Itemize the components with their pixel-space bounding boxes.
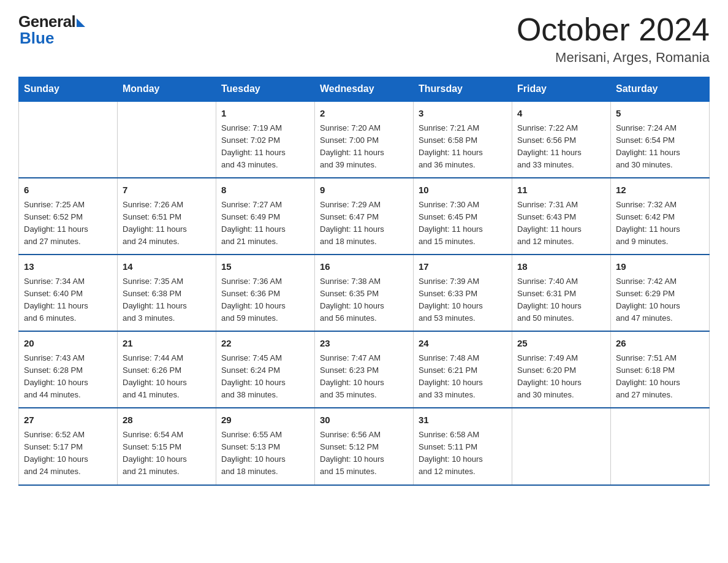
- calendar-cell: 11Sunrise: 7:31 AM Sunset: 6:43 PM Dayli…: [512, 178, 611, 255]
- calendar-cell: 15Sunrise: 7:36 AM Sunset: 6:36 PM Dayli…: [216, 255, 315, 331]
- calendar-cell: 16Sunrise: 7:38 AM Sunset: 6:35 PM Dayli…: [315, 255, 414, 331]
- day-number: 27: [24, 413, 112, 427]
- calendar-cell: 25Sunrise: 7:49 AM Sunset: 6:20 PM Dayli…: [512, 331, 611, 408]
- calendar-cell: 18Sunrise: 7:40 AM Sunset: 6:31 PM Dayli…: [512, 255, 611, 331]
- day-info: Sunrise: 7:35 AM Sunset: 6:38 PM Dayligh…: [123, 277, 187, 323]
- day-number: 15: [221, 260, 309, 274]
- calendar-cell: 22Sunrise: 7:45 AM Sunset: 6:24 PM Dayli…: [216, 331, 315, 408]
- calendar-cell: [611, 408, 710, 484]
- calendar-cell: 17Sunrise: 7:39 AM Sunset: 6:33 PM Dayli…: [414, 255, 512, 331]
- day-number: 17: [419, 260, 507, 274]
- day-number: 4: [517, 107, 605, 121]
- calendar-cell: 12Sunrise: 7:32 AM Sunset: 6:42 PM Dayli…: [611, 178, 710, 255]
- day-number: 16: [320, 260, 408, 274]
- day-info: Sunrise: 7:25 AM Sunset: 6:52 PM Dayligh…: [24, 200, 88, 246]
- day-number: 24: [419, 337, 507, 351]
- day-number: 1: [221, 107, 309, 121]
- day-number: 18: [517, 260, 605, 274]
- calendar-cell: [118, 101, 216, 178]
- calendar-cell: 4Sunrise: 7:22 AM Sunset: 6:56 PM Daylig…: [512, 101, 611, 178]
- day-info: Sunrise: 7:24 AM Sunset: 6:54 PM Dayligh…: [616, 123, 680, 169]
- calendar-cell: 10Sunrise: 7:30 AM Sunset: 6:45 PM Dayli…: [414, 178, 512, 255]
- day-info: Sunrise: 7:29 AM Sunset: 6:47 PM Dayligh…: [320, 200, 384, 246]
- column-header-saturday: Saturday: [611, 77, 710, 102]
- calendar-cell: 23Sunrise: 7:47 AM Sunset: 6:23 PM Dayli…: [315, 331, 414, 408]
- column-header-tuesday: Tuesday: [216, 77, 315, 102]
- calendar-table: SundayMondayTuesdayWednesdayThursdayFrid…: [18, 77, 710, 485]
- day-info: Sunrise: 7:20 AM Sunset: 7:00 PM Dayligh…: [320, 123, 384, 169]
- day-info: Sunrise: 7:45 AM Sunset: 6:24 PM Dayligh…: [221, 353, 286, 399]
- day-number: 31: [419, 413, 507, 427]
- column-header-thursday: Thursday: [414, 77, 512, 102]
- calendar-cell: 9Sunrise: 7:29 AM Sunset: 6:47 PM Daylig…: [315, 178, 414, 255]
- day-info: Sunrise: 6:58 AM Sunset: 5:11 PM Dayligh…: [419, 430, 483, 476]
- day-info: Sunrise: 7:26 AM Sunset: 6:51 PM Dayligh…: [123, 200, 187, 246]
- day-info: Sunrise: 7:49 AM Sunset: 6:20 PM Dayligh…: [517, 353, 582, 399]
- day-info: Sunrise: 7:38 AM Sunset: 6:35 PM Dayligh…: [320, 277, 384, 323]
- day-number: 23: [320, 337, 408, 351]
- day-info: Sunrise: 6:52 AM Sunset: 5:17 PM Dayligh…: [24, 430, 88, 476]
- day-info: Sunrise: 7:19 AM Sunset: 7:02 PM Dayligh…: [221, 123, 286, 169]
- day-info: Sunrise: 7:27 AM Sunset: 6:49 PM Dayligh…: [221, 200, 286, 246]
- day-info: Sunrise: 7:51 AM Sunset: 6:18 PM Dayligh…: [616, 353, 680, 399]
- calendar-cell: 13Sunrise: 7:34 AM Sunset: 6:40 PM Dayli…: [19, 255, 118, 331]
- day-number: 29: [221, 413, 309, 427]
- logo-blue-text: Blue: [20, 29, 54, 48]
- day-info: Sunrise: 7:39 AM Sunset: 6:33 PM Dayligh…: [419, 277, 483, 323]
- calendar-cell: 1Sunrise: 7:19 AM Sunset: 7:02 PM Daylig…: [216, 101, 315, 178]
- day-info: Sunrise: 7:30 AM Sunset: 6:45 PM Dayligh…: [419, 200, 483, 246]
- calendar-cell: 29Sunrise: 6:55 AM Sunset: 5:13 PM Dayli…: [216, 408, 315, 484]
- day-info: Sunrise: 6:55 AM Sunset: 5:13 PM Dayligh…: [221, 430, 286, 476]
- day-number: 5: [616, 107, 704, 121]
- calendar-cell: 27Sunrise: 6:52 AM Sunset: 5:17 PM Dayli…: [19, 408, 118, 484]
- calendar-cell: 24Sunrise: 7:48 AM Sunset: 6:21 PM Dayli…: [414, 331, 512, 408]
- calendar-cell: 31Sunrise: 6:58 AM Sunset: 5:11 PM Dayli…: [414, 408, 512, 484]
- day-number: 30: [320, 413, 408, 427]
- day-number: 7: [123, 183, 211, 197]
- day-number: 25: [517, 337, 605, 351]
- day-info: Sunrise: 7:43 AM Sunset: 6:28 PM Dayligh…: [24, 353, 88, 399]
- column-header-sunday: Sunday: [19, 77, 118, 102]
- day-info: Sunrise: 7:31 AM Sunset: 6:43 PM Dayligh…: [517, 200, 582, 246]
- calendar-cell: [19, 101, 118, 178]
- day-info: Sunrise: 7:22 AM Sunset: 6:56 PM Dayligh…: [517, 123, 582, 169]
- calendar-location: Merisani, Arges, Romania: [517, 50, 710, 66]
- column-header-wednesday: Wednesday: [315, 77, 414, 102]
- column-header-monday: Monday: [118, 77, 216, 102]
- logo-triangle-icon: [77, 18, 85, 27]
- day-info: Sunrise: 7:47 AM Sunset: 6:23 PM Dayligh…: [320, 353, 384, 399]
- calendar-week-row: 6Sunrise: 7:25 AM Sunset: 6:52 PM Daylig…: [19, 178, 710, 255]
- logo: General Blue: [18, 12, 85, 48]
- calendar-week-row: 1Sunrise: 7:19 AM Sunset: 7:02 PM Daylig…: [19, 101, 710, 178]
- calendar-cell: 8Sunrise: 7:27 AM Sunset: 6:49 PM Daylig…: [216, 178, 315, 255]
- day-info: Sunrise: 7:36 AM Sunset: 6:36 PM Dayligh…: [221, 277, 286, 323]
- column-header-friday: Friday: [512, 77, 611, 102]
- day-info: Sunrise: 7:34 AM Sunset: 6:40 PM Dayligh…: [24, 277, 88, 323]
- day-number: 28: [123, 413, 211, 427]
- calendar-cell: 14Sunrise: 7:35 AM Sunset: 6:38 PM Dayli…: [118, 255, 216, 331]
- calendar-cell: 28Sunrise: 6:54 AM Sunset: 5:15 PM Dayli…: [118, 408, 216, 484]
- calendar-cell: 20Sunrise: 7:43 AM Sunset: 6:28 PM Dayli…: [19, 331, 118, 408]
- day-number: 13: [24, 260, 112, 274]
- day-number: 9: [320, 183, 408, 197]
- day-info: Sunrise: 6:56 AM Sunset: 5:12 PM Dayligh…: [320, 430, 384, 476]
- calendar-cell: 19Sunrise: 7:42 AM Sunset: 6:29 PM Dayli…: [611, 255, 710, 331]
- calendar-header-row: SundayMondayTuesdayWednesdayThursdayFrid…: [19, 77, 710, 102]
- day-info: Sunrise: 7:32 AM Sunset: 6:42 PM Dayligh…: [616, 200, 680, 246]
- calendar-cell: 2Sunrise: 7:20 AM Sunset: 7:00 PM Daylig…: [315, 101, 414, 178]
- day-number: 12: [616, 183, 704, 197]
- day-number: 6: [24, 183, 112, 197]
- day-info: Sunrise: 7:40 AM Sunset: 6:31 PM Dayligh…: [517, 277, 582, 323]
- day-number: 21: [123, 337, 211, 351]
- day-number: 26: [616, 337, 704, 351]
- day-number: 11: [517, 183, 605, 197]
- day-number: 22: [221, 337, 309, 351]
- calendar-cell: 6Sunrise: 7:25 AM Sunset: 6:52 PM Daylig…: [19, 178, 118, 255]
- calendar-week-row: 27Sunrise: 6:52 AM Sunset: 5:17 PM Dayli…: [19, 408, 710, 484]
- calendar-cell: 30Sunrise: 6:56 AM Sunset: 5:12 PM Dayli…: [315, 408, 414, 484]
- calendar-title: October 2024: [517, 12, 710, 47]
- day-number: 8: [221, 183, 309, 197]
- day-info: Sunrise: 7:21 AM Sunset: 6:58 PM Dayligh…: [419, 123, 483, 169]
- day-info: Sunrise: 7:44 AM Sunset: 6:26 PM Dayligh…: [123, 353, 187, 399]
- day-info: Sunrise: 7:48 AM Sunset: 6:21 PM Dayligh…: [419, 353, 483, 399]
